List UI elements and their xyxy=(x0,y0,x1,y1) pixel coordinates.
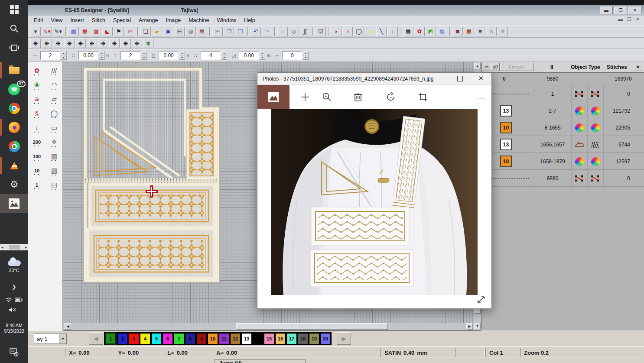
spin-down-icon[interactable]: ▼ xyxy=(221,55,227,60)
palette-color-16[interactable]: 16 xyxy=(275,333,286,344)
angle-field-value[interactable]: 0.00 xyxy=(239,51,259,60)
crop-icon[interactable] xyxy=(416,90,430,104)
canvas-hscrollbar[interactable]: ◀ ▶ xyxy=(63,323,474,330)
delete-icon[interactable] xyxy=(351,90,365,104)
object-row[interactable]: 98800 xyxy=(482,170,644,187)
object-row[interactable]: 101658-187912597 xyxy=(482,153,644,170)
hoop-option-8-button[interactable]: ❉ xyxy=(109,39,120,48)
volume-muted-icon[interactable] xyxy=(9,307,16,313)
menu-machine[interactable]: Machine xyxy=(185,16,213,24)
menu-window[interactable]: Window xyxy=(213,16,240,24)
taskbar-scrollbar[interactable]: ◂▸ xyxy=(0,244,28,250)
app-titlebar[interactable]: ES-65 Designer - [Sywillk] Tajiwa| ▬ ❐ ✕ xyxy=(28,5,644,16)
hoop-option-4-button[interactable]: ❉ xyxy=(64,39,75,48)
auto-digitize-check-button[interactable]: ☑ xyxy=(315,27,326,36)
open-design-button[interactable]: ▰ xyxy=(152,27,162,36)
print-preview-button[interactable]: ◎ xyxy=(185,27,196,36)
object-row[interactable]: 10 xyxy=(482,85,644,102)
s-motif-tool[interactable]: §▪ ▪ xyxy=(28,107,46,122)
thread-trim-button[interactable]: ✄ xyxy=(125,27,135,36)
chrome-button[interactable] xyxy=(0,99,28,118)
design-check-button[interactable]: ✾ xyxy=(143,39,153,48)
spin-up-icon[interactable]: ▲ xyxy=(302,51,309,55)
zoom-1[interactable]: 1▪ ▪ xyxy=(28,179,46,193)
outline-stitch-dropdown-button[interactable]: ∿▾ xyxy=(42,27,52,36)
close-button[interactable]: ✕ xyxy=(628,6,641,14)
petal-filled-button[interactable]: ◗ xyxy=(331,27,342,36)
color-swatch[interactable]: 10 xyxy=(500,156,512,167)
palette-prev-button[interactable]: ◀ xyxy=(89,332,103,345)
menu-special[interactable]: Special xyxy=(109,16,135,24)
angle-field-spinner[interactable]: ▲▼ xyxy=(259,51,265,60)
scroll-left-arrow[interactable]: ◀ xyxy=(65,323,71,330)
start-button[interactable] xyxy=(0,0,28,19)
menu-view[interactable]: View xyxy=(47,16,67,24)
spin-up-icon[interactable]: ▲ xyxy=(221,51,227,55)
flower-leaf-tool[interactable]: ❀▪ ▪ xyxy=(28,79,46,93)
cut-button[interactable]: ✂ xyxy=(212,27,223,36)
hoop-option-3-button[interactable]: ❉ xyxy=(53,39,63,48)
menu-image[interactable]: Image xyxy=(162,16,185,24)
spin-up-icon[interactable]: ▲ xyxy=(99,51,105,55)
doc-minimize-button[interactable]: ▬ xyxy=(618,16,623,22)
photos-app-button[interactable] xyxy=(0,194,28,213)
locate-button[interactable]: Locate xyxy=(501,63,533,71)
hoop-option-6-button[interactable]: ❉ xyxy=(87,39,97,48)
spin-up-icon[interactable]: ▲ xyxy=(259,51,265,55)
palette-color-4[interactable]: 4 xyxy=(140,333,150,344)
panel-close-button[interactable]: ✕ xyxy=(634,63,642,71)
menu-stitch[interactable]: Stitch xyxy=(88,16,109,24)
scroll-up-arrow[interactable]: ▲ xyxy=(474,63,481,69)
minimize-button[interactable]: ▬ xyxy=(600,6,613,14)
shape-outline-button[interactable]: ◯ xyxy=(354,27,364,36)
doc-close-button[interactable]: ✕ xyxy=(636,16,640,22)
hoop-option-2-button[interactable]: ❉ xyxy=(42,39,52,48)
stitch-edit-button[interactable]: ∫∫ xyxy=(300,27,310,36)
chrome-work-button[interactable] xyxy=(0,137,28,156)
export-machine-button[interactable]: ▤ xyxy=(197,27,207,36)
select-reshape-button[interactable]: ▫ xyxy=(277,27,288,36)
vlc-button[interactable] xyxy=(0,156,28,175)
object-row[interactable]: 108-165522905 xyxy=(482,119,644,136)
layers-field-value[interactable]: 2 xyxy=(120,51,140,60)
save-design-button[interactable]: ▣ xyxy=(163,27,173,36)
copy-button[interactable]: ❐ xyxy=(224,27,234,36)
palette-color-3[interactable]: 3 xyxy=(129,333,139,344)
jump-zero-icon[interactable]: ≥0 xyxy=(491,63,499,71)
paste-button[interactable]: ❒ xyxy=(235,27,245,36)
zoom-icon[interactable] xyxy=(320,90,334,104)
ellipse-tool[interactable]: ◯▪ ▪ xyxy=(46,107,63,122)
scroll-down-arrow[interactable]: ▼ xyxy=(474,323,481,329)
needle-tool[interactable]: ↓▪ ▪ xyxy=(28,122,46,136)
palette-next-button[interactable]: ▶ xyxy=(337,332,351,345)
file-explorer-button[interactable] xyxy=(0,61,28,80)
palette-color-14[interactable]: 14 xyxy=(253,333,263,344)
pattern-fill-2-button[interactable]: ▩ xyxy=(91,27,101,36)
measure-tool-button[interactable]: ╲ xyxy=(376,27,387,36)
tatami-fill-button[interactable]: ▥ xyxy=(68,27,79,36)
spin-up-icon[interactable]: ▲ xyxy=(179,51,185,55)
menu-help[interactable]: Help xyxy=(240,16,259,24)
flower-large-tool[interactable]: ✿▪ ▪ xyxy=(28,65,46,79)
grid-settings-button[interactable]: ▦ xyxy=(403,27,413,36)
palette-color-17[interactable]: 17 xyxy=(286,333,297,344)
offset-field-value[interactable]: 0.00 xyxy=(159,51,179,60)
rotation-field-value[interactable]: 0 xyxy=(282,51,302,60)
close-icon[interactable]: ✕ xyxy=(478,75,484,82)
restore-button[interactable]: ❐ xyxy=(614,6,627,14)
chevron-down-icon[interactable]: ▼ xyxy=(59,334,66,344)
palette-color-7[interactable]: 7 xyxy=(174,333,184,344)
diagonal-hatch-tool[interactable]: ///▪ ▪ xyxy=(46,65,63,79)
spin-down-icon[interactable]: ▼ xyxy=(99,55,105,60)
add-icon[interactable] xyxy=(298,90,312,104)
doc-restore-button[interactable]: ❐ xyxy=(627,16,631,22)
image-edit-tool[interactable]: ▧▪ ▪ xyxy=(46,165,63,179)
firefox-button[interactable] xyxy=(0,118,28,137)
spin-down-icon[interactable]: ▼ xyxy=(61,55,67,60)
menu-edit[interactable]: Edit xyxy=(30,16,47,24)
design-flag-button[interactable]: ⚑ xyxy=(114,27,124,36)
palette-color-5[interactable]: 5 xyxy=(151,333,162,344)
scroll-right-arrow[interactable]: ▶ xyxy=(466,323,473,330)
undo-button[interactable]: ↶ xyxy=(250,27,261,36)
machine-queue-button[interactable]: ≡ xyxy=(498,27,508,36)
